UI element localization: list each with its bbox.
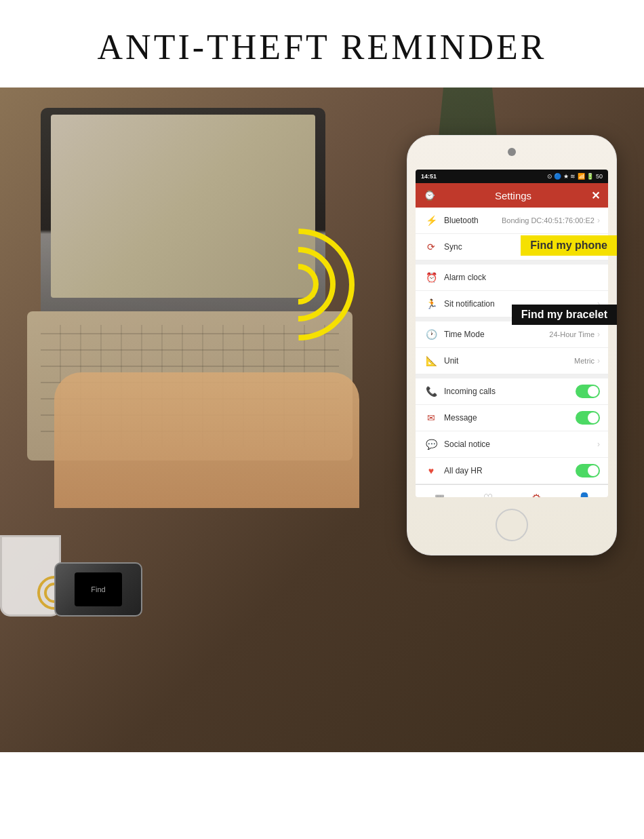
bracelet-device: Find: [54, 562, 142, 617]
hr-label: All day HR: [444, 466, 576, 475]
phone-container: 14:51 ⊙ 🔵 ★ ≋ 📶 🔋 50 ⌚ Settings ✕ ⚡: [407, 135, 617, 555]
app-title: Settings: [435, 190, 591, 201]
unit-label: Unit: [444, 356, 574, 366]
sync-icon: ⟳: [424, 239, 439, 254]
settings-icon: ⚙: [531, 492, 541, 498]
unit-value: Metric: [574, 357, 595, 365]
setting-row-time-mode[interactable]: 🕐 Time Mode 24-Hour Time ›: [416, 321, 608, 348]
realtime-hr-icon: ♡: [483, 492, 493, 498]
nav-realtime-hr[interactable]: ♡ Realtime HR: [464, 485, 512, 497]
message-label: Message: [444, 413, 576, 423]
heart-icon: ♥: [424, 463, 439, 478]
hands: [54, 372, 359, 508]
setting-row-incoming-calls[interactable]: 📞 Incoming calls: [416, 378, 608, 405]
bracelet-screen: Find: [75, 572, 122, 606]
unit-icon: 📐: [424, 353, 439, 368]
bluetooth-value: Bonding DC:40:51:76:00:E2: [502, 216, 595, 225]
phone-call-icon: 📞: [424, 384, 439, 399]
page-title: ANTI-THEFT REMINDER: [0, 27, 644, 67]
time-mode-value: 24-Hour Time: [549, 330, 595, 338]
setting-row-unit[interactable]: 📐 Unit Metric ›: [416, 348, 608, 374]
close-icon[interactable]: ✕: [591, 189, 600, 202]
alarm-label: Alarm clock: [444, 273, 600, 282]
bluetooth-chevron: ›: [597, 216, 600, 225]
setting-row-social[interactable]: 💬 Social notice ›: [416, 431, 608, 458]
phone-screen: 14:51 ⊙ 🔵 ★ ≋ 📶 🔋 50 ⌚ Settings ✕ ⚡: [416, 170, 608, 497]
nav-settings[interactable]: ⚙ Settings: [512, 485, 560, 497]
bluetooth-icon: ⚡: [424, 213, 439, 228]
setting-row-alarm[interactable]: ⏰ Alarm clock: [416, 265, 608, 291]
time-mode-icon: 🕐: [424, 327, 439, 342]
status-icons: ⊙ 🔵 ★ ≋ 📶 🔋 50: [547, 173, 603, 180]
nav-userinfo[interactable]: 👤 UserInfo: [560, 485, 608, 497]
message-toggle[interactable]: [576, 411, 600, 425]
time-mode-chevron: ›: [597, 330, 600, 339]
phone-body: 14:51 ⊙ 🔵 ★ ≋ 📶 🔋 50 ⌚ Settings ✕ ⚡: [407, 135, 617, 555]
hr-toggle[interactable]: [576, 464, 600, 477]
incoming-calls-label: Incoming calls: [444, 387, 576, 396]
page-wrapper: ANTI-THEFT REMINDER Find: [0, 0, 644, 752]
bluetooth-label: Bluetooth: [444, 216, 502, 225]
image-section: Find 14:51 ⊙ 🔵 ★ ≋ 📶 🔋 50 ⌚ Sett: [0, 87, 644, 752]
status-time: 14:51: [421, 173, 437, 180]
sit-icon: 🏃: [424, 296, 439, 311]
find-phone-label: Find my phone: [521, 235, 617, 256]
home-button[interactable]: [496, 509, 528, 541]
unit-chevron: ›: [597, 356, 600, 366]
bottom-nav: ▦ Dashboard ♡ Realtime HR ⚙ Settings �: [416, 484, 608, 497]
watch-icon: ⌚: [424, 190, 435, 201]
find-bracelet-label: Find my bracelet: [512, 305, 617, 325]
setting-row-message[interactable]: ✉ Message: [416, 405, 608, 431]
phone-camera: [508, 148, 516, 156]
message-icon: ✉: [424, 410, 439, 425]
setting-row-bluetooth[interactable]: ⚡ Bluetooth Bonding DC:40:51:76:00:E2 ›: [416, 208, 608, 234]
nav-dashboard[interactable]: ▦ Dashboard: [416, 485, 464, 497]
status-bar: 14:51 ⊙ 🔵 ★ ≋ 📶 🔋 50: [416, 170, 608, 183]
social-label: Social notice: [444, 440, 597, 449]
social-chevron: ›: [597, 440, 600, 449]
incoming-calls-toggle[interactable]: [576, 385, 600, 398]
userinfo-icon: 👤: [578, 492, 591, 498]
alarm-icon: ⏰: [424, 270, 439, 285]
time-mode-label: Time Mode: [444, 330, 549, 339]
app-header[interactable]: ⌚ Settings ✕: [416, 183, 608, 208]
setting-row-hr[interactable]: ♥ All day HR: [416, 458, 608, 484]
social-icon: 💬: [424, 437, 439, 452]
title-section: ANTI-THEFT REMINDER: [0, 0, 644, 87]
dashboard-icon: ▦: [435, 492, 445, 498]
